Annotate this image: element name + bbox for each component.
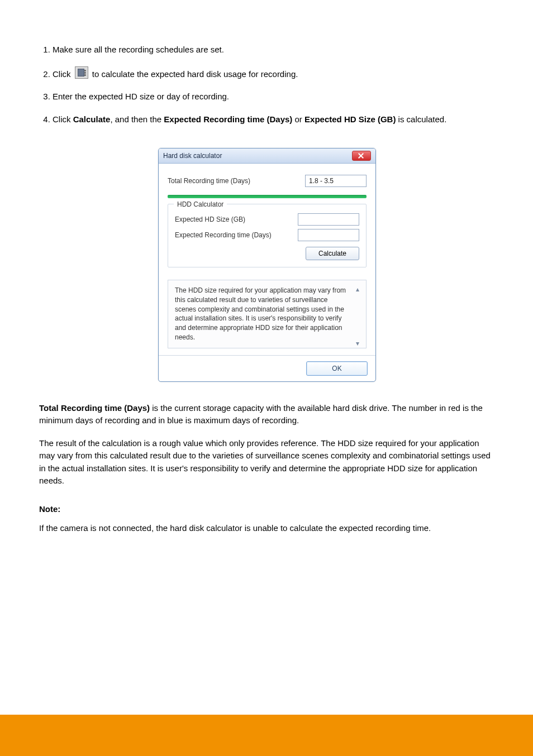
step-1: Make sure all the recording schedules ar… xyxy=(53,44,494,56)
days-label: Expected Recording time (Days) xyxy=(175,230,298,240)
hdd-calculator-group: HDD Calculator Expected HD Size (GB) Exp… xyxy=(168,204,367,267)
progress-bar xyxy=(168,195,367,198)
note-heading: Note: xyxy=(39,503,494,516)
dialog-titlebar: Hard disk calculator xyxy=(159,149,375,164)
step-list: Make sure all the recording schedules ar… xyxy=(39,44,494,126)
footer-band xyxy=(0,715,533,756)
group-legend: HDD Calculator xyxy=(174,199,227,209)
notice-box: The HDD size required for your applicati… xyxy=(168,280,367,348)
calculate-button[interactable]: Calculate xyxy=(306,247,359,260)
days-field[interactable] xyxy=(298,229,359,241)
total-label: Total Recording time (Days) xyxy=(168,176,305,186)
paragraph-1: Total Recording time (Days) is the curre… xyxy=(39,402,494,427)
step-4: Click Calculate, and then the Expected R… xyxy=(53,113,494,126)
step-3: Enter the expected HD size or day of rec… xyxy=(53,90,494,103)
size-label: Expected HD Size (GB) xyxy=(175,214,298,224)
ok-button[interactable]: OK xyxy=(306,361,368,376)
notice-text: The HDD size required for your applicati… xyxy=(175,286,346,341)
dialog-title: Hard disk calculator xyxy=(163,151,222,161)
total-field[interactable] xyxy=(305,175,367,187)
step-2: Click to calculate the expected hard dis… xyxy=(53,66,494,81)
scroll-down-icon[interactable] xyxy=(356,339,361,344)
step-2b: to calculate the expected hard disk usag… xyxy=(92,69,298,79)
scroll-up-icon[interactable] xyxy=(356,285,361,290)
step-2a: Click xyxy=(53,69,71,79)
note-body: If the camera is not connected, the hard… xyxy=(39,522,494,535)
dialog-screenshot: Hard disk calculator Total Recording tim… xyxy=(158,148,375,382)
size-field[interactable] xyxy=(298,213,359,226)
note-block: Note: If the camera is not connected, th… xyxy=(39,503,494,535)
hdd-calc-icon xyxy=(75,66,88,79)
close-icon[interactable] xyxy=(352,151,371,161)
paragraph-2: The result of the calculation is a rough… xyxy=(39,437,494,487)
total-row: Total Recording time (Days) xyxy=(168,175,367,187)
